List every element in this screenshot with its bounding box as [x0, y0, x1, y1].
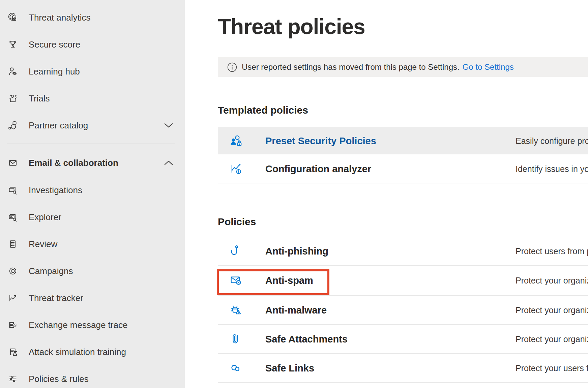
- row-label: Preset Security Policies: [265, 135, 376, 146]
- sidebar-item-review[interactable]: Review: [0, 231, 185, 258]
- threat-analytics-icon: [7, 12, 19, 23]
- target-icon: [7, 265, 19, 277]
- sidebar-item-label: Attack simulation training: [29, 347, 126, 357]
- sidebar-item-label: Email & collaboration: [29, 158, 118, 168]
- row-description: Protect your users fr: [516, 363, 588, 373]
- row-anti-malware[interactable]: Anti-malware Protect your organiz: [218, 296, 588, 325]
- row-description: Protect your organiz: [516, 334, 588, 344]
- chevron-up-icon[interactable]: [163, 159, 174, 167]
- envelope-block-icon: [229, 273, 243, 288]
- row-description: Easily configure prot: [516, 136, 588, 146]
- envelope-icon: [7, 157, 19, 169]
- sidebar-item-trials[interactable]: Trials: [0, 85, 185, 112]
- sidebar-item-learning-hub[interactable]: Learning hub: [0, 58, 185, 85]
- sidebar-item-threat-analytics[interactable]: Threat analytics: [0, 4, 185, 31]
- row-label: Anti-malware: [265, 304, 327, 316]
- sidebar-item-label: Exchange message trace: [29, 320, 127, 330]
- row-safe-links[interactable]: Safe Links Protect your users fr: [218, 354, 588, 383]
- go-to-settings-link[interactable]: Go to Settings: [463, 62, 514, 72]
- sidebar-item-policies-rules[interactable]: Policies & rules: [0, 365, 185, 388]
- graduate-person-icon: [7, 66, 19, 77]
- sidebar-item-attack-simulation-training[interactable]: Attack simulation training: [0, 338, 185, 365]
- sidebar-item-partner-catalog[interactable]: Partner catalog: [0, 112, 185, 139]
- row-anti-spam[interactable]: Anti-spam Protect your organiz: [218, 266, 588, 296]
- paperclip-icon: [229, 332, 243, 347]
- templated-policies-heading: Templated policies: [218, 105, 308, 116]
- sidebar-item-label: Threat analytics: [29, 12, 91, 23]
- main-content: Threat policies User reported settings h…: [185, 0, 588, 388]
- network-nodes-icon: [7, 120, 19, 131]
- sidebar-item-label: Review: [29, 239, 57, 249]
- documents-search-icon: [7, 184, 19, 196]
- info-icon: [227, 62, 237, 72]
- sidebar-item-label: Learning hub: [29, 66, 80, 77]
- row-label: Safe Attachments: [265, 333, 348, 345]
- sidebar-item-label: Campaigns: [29, 266, 73, 276]
- chart-search-icon: [7, 211, 19, 223]
- people-lock-icon: [229, 133, 243, 148]
- bug-warning-icon: [229, 303, 243, 318]
- sidebar-item-exchange-message-trace[interactable]: Exchange message trace: [0, 311, 185, 338]
- info-banner: User reported settings has moved from th…: [218, 57, 588, 77]
- trophy-icon: [7, 39, 19, 50]
- sidebar-item-label: Threat tracker: [29, 293, 83, 303]
- sliders-icon: [7, 373, 19, 385]
- row-description: Protect your organiz: [516, 305, 588, 315]
- row-description: Identify issues in you: [516, 164, 588, 174]
- fish-hook-icon: [229, 244, 243, 259]
- sidebar-item-label: Investigations: [29, 185, 82, 196]
- banner-message: User reported settings has moved from th…: [242, 62, 460, 72]
- row-label: Anti-phishing: [265, 246, 328, 257]
- sidebar-item-campaigns[interactable]: Campaigns: [0, 258, 185, 285]
- sidebar-item-label: Policies & rules: [29, 374, 89, 384]
- document-flask-icon: [7, 346, 19, 358]
- row-description: Protect users from p: [516, 246, 588, 256]
- sidebar-item-label: Explorer: [29, 212, 61, 222]
- sidebar-item-email-collaboration[interactable]: Email & collaboration: [0, 149, 185, 176]
- gift-box-icon: [7, 93, 19, 104]
- sidebar: Threat analytics Secure score L: [0, 0, 185, 388]
- exchange-logo-icon: [7, 319, 19, 331]
- chevron-down-icon[interactable]: [163, 122, 174, 129]
- policies-heading: Policies: [218, 216, 256, 228]
- row-safe-attachments[interactable]: Safe Attachments Protect your organiz: [218, 325, 588, 354]
- sidebar-item-investigations[interactable]: Investigations: [0, 177, 185, 204]
- sidebar-item-label: Partner catalog: [29, 120, 88, 131]
- row-label: Safe Links: [265, 362, 314, 374]
- sidebar-item-label: Secure score: [29, 39, 80, 50]
- chain-link-icon: [229, 361, 243, 376]
- row-description: Protect your organiz: [516, 276, 588, 286]
- page-title: Threat policies: [218, 14, 365, 39]
- row-label: Configuration analyzer: [265, 163, 371, 174]
- chart-info-icon: [229, 161, 243, 176]
- sidebar-item-secure-score[interactable]: Secure score: [0, 31, 185, 58]
- row-configuration-analyzer[interactable]: Configuration analyzer Identify issues i…: [218, 154, 588, 183]
- sidebar-item-label: Trials: [29, 93, 50, 104]
- list-document-icon: [7, 238, 19, 250]
- trend-chart-icon: [7, 292, 19, 304]
- sidebar-separator: [7, 144, 175, 144]
- row-label: Anti-spam: [265, 275, 313, 286]
- row-preset-security-policies[interactable]: Preset Security Policies Easily configur…: [218, 127, 588, 154]
- sidebar-item-explorer[interactable]: Explorer: [0, 204, 185, 231]
- sidebar-item-threat-tracker[interactable]: Threat tracker: [0, 285, 185, 311]
- row-anti-phishing[interactable]: Anti-phishing Protect users from p: [218, 237, 588, 266]
